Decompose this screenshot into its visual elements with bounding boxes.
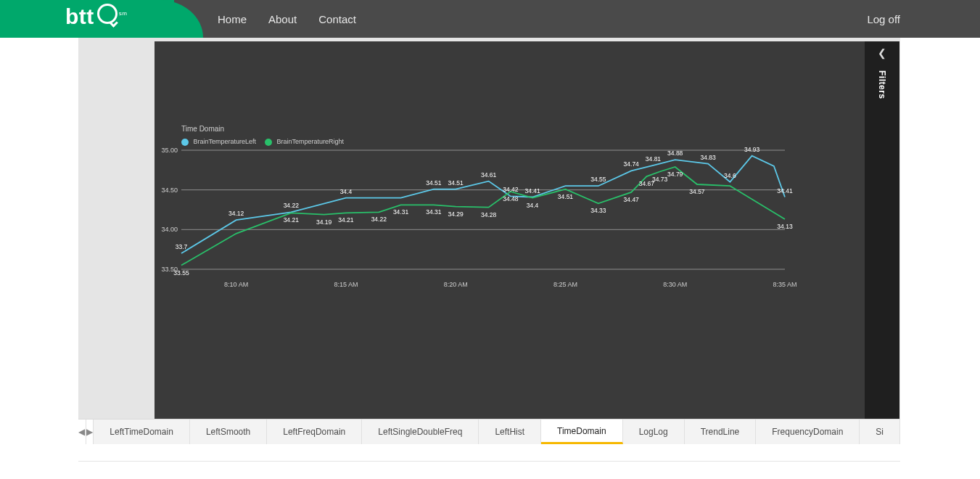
footer-divider xyxy=(78,461,900,462)
legend-item-right[interactable]: BrainTemperatureRight xyxy=(265,138,344,146)
logoff-link[interactable]: Log off xyxy=(867,13,900,25)
legend-label-right: BrainTemperatureRight xyxy=(277,138,345,145)
data-label: 34.31 xyxy=(393,208,408,216)
data-label: 34.33 xyxy=(590,207,606,214)
data-label: 34.61 xyxy=(481,171,496,179)
nav-contact[interactable]: Contact xyxy=(318,13,356,25)
data-label: 34.57 xyxy=(689,188,704,195)
chart-title: Time Domain xyxy=(181,125,224,133)
y-tick-label: 34.00 xyxy=(156,226,178,233)
data-label: 34.13 xyxy=(777,223,792,230)
x-tick-label: 8:35 AM xyxy=(763,281,807,288)
y-tick-label: 34.50 xyxy=(156,187,178,194)
x-tick-label: 8:30 AM xyxy=(654,281,697,288)
data-label: 34.79 xyxy=(667,171,683,178)
x-tick-label: 8:20 AM xyxy=(434,281,477,288)
nav-about[interactable]: About xyxy=(268,13,297,25)
data-label: 34.4 xyxy=(527,202,539,209)
legend-swatch-right xyxy=(265,139,272,146)
report-tabs: ◀ ▶ LeftTimeDomainLeftSmoothLeftFreqDoma… xyxy=(78,419,900,444)
data-label: 34.74 xyxy=(624,160,639,168)
data-label: 34.41 xyxy=(777,187,792,195)
legend-swatch-left xyxy=(181,139,189,146)
data-label: 34.19 xyxy=(316,218,332,226)
data-label: 34.47 xyxy=(624,196,639,203)
tab-loglog[interactable]: LogLog xyxy=(623,419,685,444)
data-label: 34.29 xyxy=(448,210,464,218)
tabs-scroll-left-icon[interactable]: ◀ xyxy=(78,419,86,444)
data-label: 34.31 xyxy=(426,208,441,216)
data-label: 34.28 xyxy=(481,211,496,218)
chart-legend: BrainTemperatureLeft BrainTemperatureRig… xyxy=(181,138,344,146)
tab-trendline[interactable]: TrendLine xyxy=(685,419,757,444)
data-label: 34.4 xyxy=(340,188,353,195)
tab-si[interactable]: Si xyxy=(860,419,900,444)
data-label: 34.6 xyxy=(724,172,736,179)
data-label: 34.21 xyxy=(338,216,353,224)
data-label: 33.55 xyxy=(173,269,189,277)
tab-lefthist[interactable]: LeftHist xyxy=(479,419,541,444)
brand-block: btt sm xyxy=(0,0,174,38)
y-tick-label: 35.00 xyxy=(156,147,178,154)
legend-label-left: BrainTemperatureLeft xyxy=(194,138,257,145)
brand-mark-sup: sm xyxy=(119,10,128,17)
brand-mark-icon xyxy=(97,4,118,24)
data-label: 34.51 xyxy=(448,179,464,187)
data-label: 33.7 xyxy=(176,243,188,250)
x-tick-label: 8:25 AM xyxy=(543,281,587,288)
tab-leftsingledoublefreq[interactable]: LeftSingleDoubleFreq xyxy=(362,419,479,444)
tab-leftsmooth[interactable]: LeftSmooth xyxy=(190,419,267,444)
data-label: 34.73 xyxy=(652,176,667,183)
data-label: 34.41 xyxy=(524,187,540,195)
data-label: 34.55 xyxy=(590,176,606,183)
data-label: 34.48 xyxy=(503,195,518,202)
nav-links: Home About Contact xyxy=(218,13,356,25)
tab-leftfreqdomain[interactable]: LeftFreqDomain xyxy=(267,419,362,444)
filters-panel-collapsed[interactable]: ❮ Filters xyxy=(865,41,899,419)
x-tick-label: 8:10 AM xyxy=(215,281,258,288)
data-label: 34.42 xyxy=(503,186,518,193)
tab-lefttimedomain[interactable]: LeftTimeDomain xyxy=(94,419,190,444)
top-nav: btt sm Home About Contact Log off xyxy=(0,0,980,38)
data-label: 34.83 xyxy=(700,154,715,161)
data-label: 34.81 xyxy=(646,155,661,163)
brand-text: btt xyxy=(65,4,94,29)
x-tick-label: 8:15 AM xyxy=(324,281,368,288)
nav-home[interactable]: Home xyxy=(218,13,247,25)
data-label: 34.88 xyxy=(667,150,683,157)
data-label: 34.12 xyxy=(228,210,244,217)
data-label: 34.21 xyxy=(284,216,299,224)
tab-frequencydomain[interactable]: FrequencyDomain xyxy=(756,419,860,444)
data-label: 34.51 xyxy=(558,193,573,200)
tabs-scroll-right-icon[interactable]: ▶ xyxy=(86,419,94,444)
tab-timedomain[interactable]: TimeDomain xyxy=(541,419,623,444)
brand-logo[interactable]: btt sm xyxy=(65,4,127,29)
filters-expand-icon[interactable]: ❮ xyxy=(865,41,899,59)
data-label: 34.93 xyxy=(744,146,759,153)
data-label: 34.22 xyxy=(284,202,299,209)
data-label: 34.22 xyxy=(371,216,387,223)
chart-plot-area[interactable]: 33.5034.0034.5035.00 8:10 AM8:15 AM8:20 … xyxy=(181,150,785,269)
legend-item-left[interactable]: BrainTemperatureLeft xyxy=(181,138,256,146)
filters-label: Filters xyxy=(877,70,887,99)
data-label: 34.51 xyxy=(426,179,441,187)
